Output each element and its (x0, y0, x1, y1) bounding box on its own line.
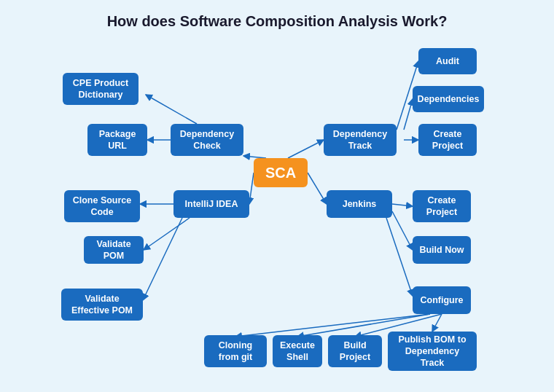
node-audit: Audit (418, 48, 477, 74)
svg-line-14 (392, 211, 413, 250)
node-clone_sc: Clone Source Code (64, 190, 140, 222)
node-validate_eff: Validate Effective POM (61, 289, 143, 321)
svg-line-8 (404, 99, 413, 130)
page-title: How does Software Composition Analysis W… (0, 0, 554, 30)
svg-line-12 (143, 218, 182, 300)
node-dep_track: Dependency Track (324, 124, 397, 156)
node-execute_shell: Execute Shell (273, 335, 322, 367)
node-configure: Configure (413, 286, 471, 314)
node-cpe: CPE Product Dictionary (63, 73, 138, 105)
node-dependencies: Dependencies (413, 86, 484, 112)
node-create_proj_dt: Create Project (418, 124, 477, 156)
node-validate_pom: Validate POM (84, 236, 144, 264)
node-sca: SCA (254, 158, 308, 187)
node-build_proj: Build Project (328, 335, 382, 367)
node-create_proj_j: Create Project (413, 190, 471, 222)
node-intellij: IntelliJ IDEA (173, 190, 249, 218)
svg-line-4 (288, 140, 324, 158)
node-cloning_git: Cloning from git (204, 335, 267, 367)
node-dep_check: Dependency Check (171, 124, 243, 156)
svg-line-11 (144, 218, 190, 250)
node-pkg_url: Package URL (87, 124, 147, 156)
svg-line-2 (308, 173, 327, 204)
svg-line-5 (146, 95, 197, 124)
svg-line-13 (392, 204, 413, 206)
node-jenkins: Jenkins (327, 190, 392, 218)
svg-line-19 (432, 314, 442, 332)
svg-line-15 (386, 218, 413, 296)
node-build_now: Build Now (413, 236, 471, 264)
node-publish_bom: Publish BOM to Dependency Track (388, 332, 477, 371)
